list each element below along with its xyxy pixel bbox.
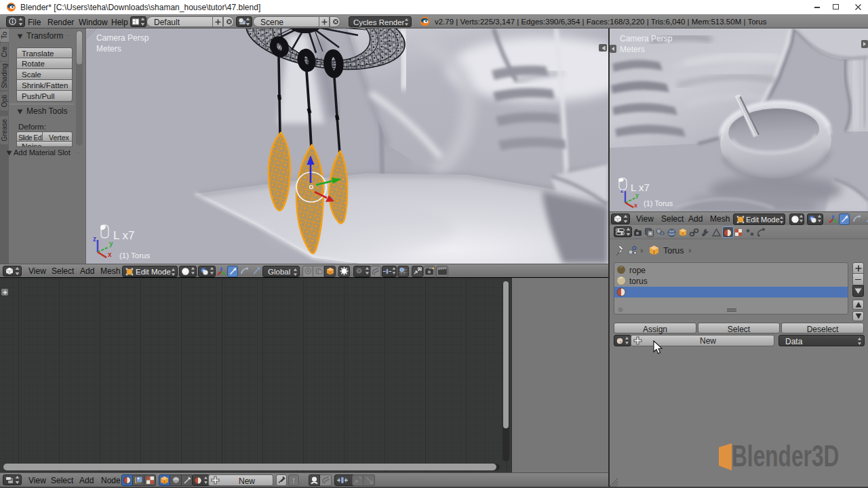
svg-text:z: z — [620, 187, 624, 194]
svg-text:x: x — [108, 251, 112, 258]
svg-text:Blender3D: Blender3D — [732, 442, 839, 472]
svg-text:z: z — [93, 235, 96, 243]
svg-text:x: x — [634, 202, 637, 209]
